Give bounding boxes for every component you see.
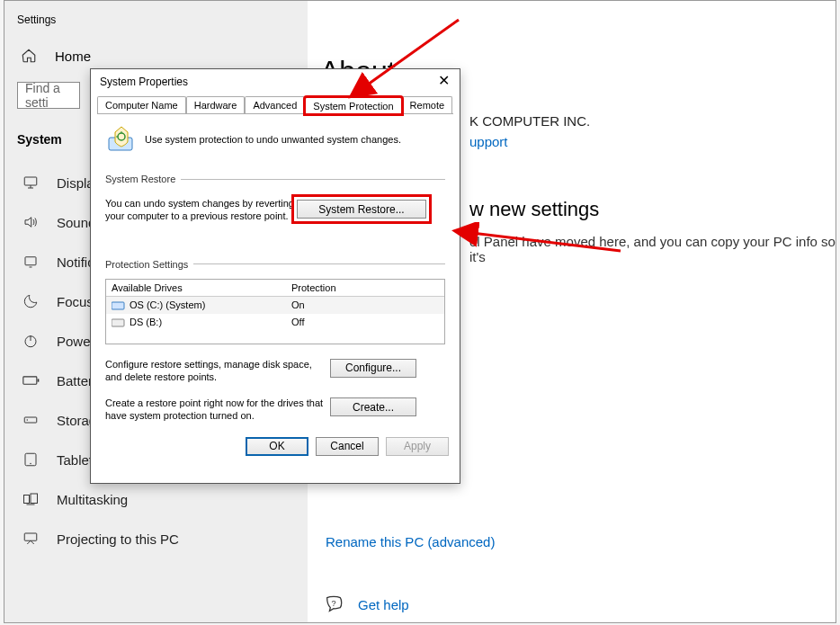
sidebar-item-label: Tablet: [57, 452, 93, 468]
svg-rect-3: [23, 377, 37, 384]
svg-point-6: [27, 419, 29, 421]
notify-icon: [22, 253, 40, 271]
drive-protection: Off: [291, 317, 439, 328]
drive-icon: [112, 300, 126, 311]
settings-title: Settings: [4, 6, 308, 42]
system-properties-dialog: System Properties ✕ Computer Name Hardwa…: [90, 68, 460, 484]
protection-hint: Use system protection to undo unwanted s…: [145, 134, 401, 145]
tab-remote[interactable]: Remote: [402, 96, 453, 113]
svg-rect-4: [38, 379, 40, 381]
home-icon: [21, 48, 37, 64]
home-label: Home: [55, 49, 91, 64]
search-input[interactable]: Find a setti: [17, 82, 80, 109]
svg-point-8: [30, 463, 31, 465]
tab-hardware[interactable]: Hardware: [186, 96, 246, 113]
configure-description: Configure restore settings, manage disk …: [105, 359, 330, 384]
support-link[interactable]: upport: [469, 134, 836, 149]
svg-rect-17: [112, 319, 124, 326]
section-heading: w new settings: [469, 198, 836, 221]
sound-icon: [22, 213, 40, 231]
svg-rect-5: [24, 417, 37, 423]
configure-button[interactable]: Configure...: [330, 359, 416, 378]
dialog-title: System Properties: [100, 76, 188, 88]
focus-icon: [22, 292, 40, 310]
svg-rect-1: [25, 257, 36, 265]
device-name: K COMPUTER INC.: [469, 113, 836, 129]
cancel-button[interactable]: Cancel: [316, 437, 379, 456]
create-button[interactable]: Create...: [330, 397, 416, 416]
svg-text:?: ?: [331, 599, 335, 608]
apply-button[interactable]: Apply: [386, 437, 449, 456]
sidebar-item-label: Multitasking: [57, 492, 128, 507]
get-help-row[interactable]: ? Get help: [317, 594, 836, 614]
restore-description: You can undo system changes by reverting…: [105, 197, 294, 223]
dialog-buttons: OK Cancel Apply: [91, 430, 460, 465]
sidebar-item-label: Projecting to this PC: [57, 531, 179, 547]
protection-settings-group: Protection Settings: [105, 259, 188, 270]
drives-header-drive: Available Drives: [112, 282, 291, 293]
project-icon: [22, 530, 40, 548]
rename-pc-link[interactable]: Rename this PC (advanced): [317, 534, 836, 549]
restore-button-highlight: System Restore...: [294, 197, 429, 221]
svg-rect-9: [24, 496, 30, 504]
system-restore-group: System Restore: [105, 174, 175, 184]
tab-computer-name[interactable]: Computer Name: [97, 96, 186, 113]
svg-rect-11: [24, 533, 37, 540]
svg-rect-10: [31, 494, 38, 504]
drive-row[interactable]: DS (B:) Off: [106, 314, 444, 331]
svg-rect-0: [24, 177, 37, 185]
multitask-icon: [22, 490, 40, 508]
create-description: Create a restore point right now for the…: [105, 397, 330, 423]
drive-name: OS (C:) (System): [130, 299, 205, 310]
drive-row[interactable]: OS (C:) (System) On: [106, 297, 444, 314]
drive-protection: On: [291, 299, 439, 311]
drive-icon: [112, 317, 126, 328]
tab-advanced[interactable]: Advanced: [245, 96, 305, 113]
dialog-titlebar: System Properties ✕: [91, 69, 460, 96]
tab-strip: Computer Name Hardware Advanced System P…: [97, 96, 453, 114]
drives-header-protection: Protection: [291, 282, 439, 293]
shield-icon: [105, 123, 138, 156]
drives-table: Available Drives Protection OS (C:) (Sys…: [105, 279, 445, 344]
power-icon: [22, 332, 40, 350]
dialog-body: Use system protection to undo unwanted s…: [91, 114, 460, 430]
sidebar-item-multitasking[interactable]: Multitasking: [4, 479, 308, 519]
tab-system-protection[interactable]: System Protection: [305, 97, 401, 114]
section-text: ol Panel have moved here, and you can co…: [469, 234, 836, 264]
search-placeholder: Find a setti: [25, 82, 72, 109]
get-help-link[interactable]: Get help: [358, 597, 409, 612]
battery-icon: [22, 371, 40, 389]
ok-button[interactable]: OK: [246, 437, 308, 456]
close-icon[interactable]: ✕: [436, 75, 451, 89]
display-icon: [22, 174, 40, 192]
svg-rect-16: [112, 302, 124, 309]
sidebar-item-projecting[interactable]: Projecting to this PC: [4, 519, 308, 558]
help-icon: ?: [324, 594, 344, 614]
tablet-icon: [22, 451, 40, 469]
drive-name: DS (B:): [130, 317, 162, 327]
storage-icon: [22, 411, 40, 429]
system-restore-button[interactable]: System Restore...: [297, 200, 426, 219]
